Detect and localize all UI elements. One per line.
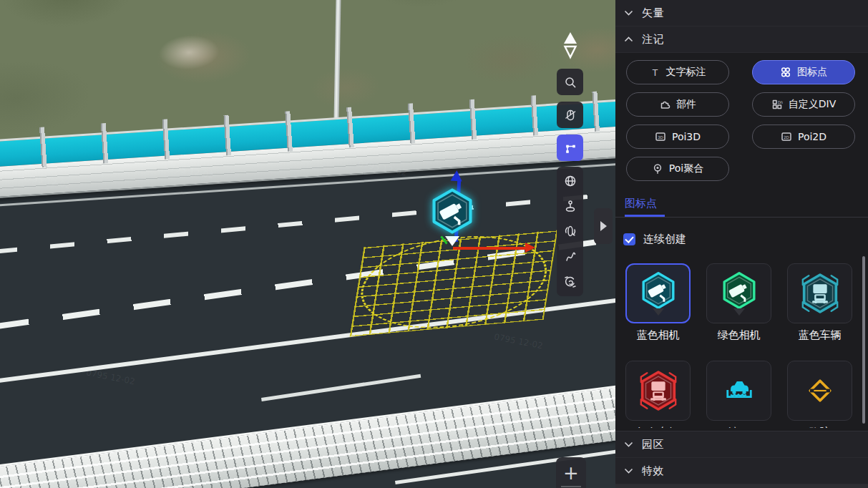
custom-div-button-label: 自定义DIV [789,98,837,111]
compass-icon[interactable] [562,31,578,60]
panel-bottom-strip [615,484,868,488]
tab-active-underline [625,215,665,217]
icon-point-button[interactable]: 图标点 [752,60,855,84]
zoom-in-button[interactable]: + [556,457,586,488]
annotation-type-buttons: T 文字标注 图标点 部件 DIV [615,53,868,181]
icon-cell-blue-camera[interactable]: 蓝色相机 [625,263,691,342]
camera-tools-group [557,167,583,296]
poi3d-button-label: Poi3D [672,131,701,142]
section-park[interactable]: 园区 [615,431,868,458]
search-tool-button[interactable] [557,69,583,95]
chevron-down-icon [624,441,633,447]
search-icon [563,75,577,89]
panel-scrollbar[interactable] [862,256,865,424]
svg-text:DIV: DIV [778,100,783,104]
section-park-label: 园区 [642,438,664,452]
poi-cluster-button-label: Poi聚合 [669,162,703,175]
text-label-button-label: 文字标注 [666,66,706,79]
section-effects-label: 特效 [642,464,664,478]
pedestrian-view-button[interactable] [557,194,583,218]
icon-library-grid: 蓝色相机 绿色相机 蓝色车辆 [615,263,868,428]
svg-text:3D: 3D [658,135,663,140]
poi2d-button[interactable]: 2D Poi2D [752,125,855,149]
spiral-icon [563,275,577,289]
icon-cell-ferry[interactable]: 渡口 [706,361,771,428]
icon-cell-label: 绿色相机 [706,328,771,342]
icon-point-tab-bar: 图标点 [615,196,868,217]
component-button[interactable]: 部件 [626,92,729,117]
continuous-create-row[interactable]: 连续创建 [615,233,868,246]
poi2d-button-label: Poi2D [798,131,826,142]
zoom-button-divider [561,486,581,487]
icon-cell-red-vehicle[interactable]: 红色车辆 [625,361,691,428]
icon-cell-blue-vehicle[interactable]: 蓝色车辆 [787,263,852,342]
draw-polyline-icon [563,141,577,155]
panel-bottom-sections: 园区 特效 [615,431,868,488]
tab-divider [615,217,868,218]
poi-cluster-icon [652,163,663,175]
layer-panel: 矢量 注记 T 文字标注 图标点 [615,0,868,488]
chevron-down-icon [624,10,633,16]
section-annotation-label: 注记 [642,33,664,47]
blue-camera-icon [639,271,678,310]
person-view-icon [563,199,577,213]
marker-anchor-triangle [653,308,664,316]
icon-cell-label: 渡口 [706,426,771,428]
section-vector[interactable]: 矢量 [615,0,868,26]
diamond-sign-icon [801,372,839,409]
chevron-right-icon [600,221,607,231]
tab-icon-point[interactable]: 图标点 [625,197,657,217]
globe-icon [563,174,577,188]
icon-cell-label: 蓝色相机 [625,328,691,342]
curve-icon [563,250,577,264]
text-label-button[interactable]: T 文字标注 [626,60,729,84]
continuous-create-label: 连续创建 [643,233,686,246]
panel-collapse-button[interactable] [594,208,613,244]
icon-library-scroll-area[interactable]: 蓝色相机 绿色相机 蓝色车辆 [615,263,868,428]
text-icon: T [650,67,660,78]
puzzle-icon [659,99,670,110]
marker-anchor-triangle [445,236,459,246]
icon-cell-label: 路障 [787,426,852,428]
globe-view-button[interactable] [557,169,583,193]
section-vector-label: 矢量 [642,6,664,20]
green-camera-icon [720,271,759,310]
rotate-view-button[interactable] [557,219,583,243]
custom-div-icon: DIV [771,99,783,110]
poi-cluster-button[interactable]: Poi聚合 [626,157,729,181]
chevron-down-icon [624,468,633,474]
3d-viewport[interactable]: + 0795 12-02 0795 12-02 0795 12-02 0795 … [0,0,615,488]
rotate-3d-icon [563,224,577,238]
poi3d-button[interactable]: 3D Poi3D [626,125,729,149]
poi2d-icon: 2D [781,131,792,142]
ferry-icon [721,372,758,409]
section-effects[interactable]: 特效 [615,458,868,484]
icon-point-button-label: 图标点 [797,66,827,79]
spiral-tool-button[interactable] [557,270,583,294]
icon-cell-green-camera[interactable]: 绿色相机 [706,263,771,342]
gizmo-z-arrowhead[interactable] [451,170,463,182]
icon-point-icon [780,67,791,78]
blue-truck-icon [799,273,841,314]
custom-div-button[interactable]: DIV 自定义DIV [752,92,855,117]
chevron-up-icon [624,36,633,42]
draw-point-tool-button[interactable] [557,135,583,161]
gizmo-x-axis[interactable] [453,247,527,250]
scene-editor-app: + 0795 12-02 0795 12-02 0795 12-02 0795 … [0,0,868,488]
section-annotation[interactable]: 注记 [615,26,868,53]
marker-anchor-triangle [733,308,745,316]
curve-tool-button[interactable] [557,245,583,269]
gizmo-x-arrowhead[interactable] [525,243,535,253]
lane-marking-solid-partial [261,374,421,401]
watermark-text: 0795 12-02 [493,332,544,351]
svg-text:T: T [651,67,658,77]
icon-cell-diamond[interactable]: 路障 [787,361,852,428]
median-guardrail [0,381,615,488]
continuous-create-checkbox[interactable] [623,233,635,245]
poi3d-icon: 3D [655,131,666,142]
mouse-icon [563,108,577,122]
svg-text:2D: 2D [784,135,789,140]
icon-cell-label: 蓝色车辆 [787,328,852,342]
mouse-tool-button[interactable] [557,102,583,128]
camera-marker[interactable] [429,187,476,235]
